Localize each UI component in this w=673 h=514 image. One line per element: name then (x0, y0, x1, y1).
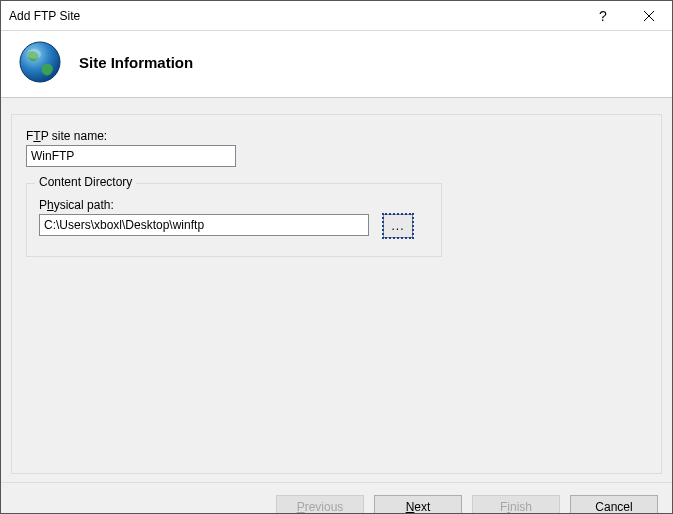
help-button[interactable]: ? (580, 1, 626, 31)
globe-icon (17, 39, 63, 85)
wizard-footer: Previous Next Finish Cancel (1, 482, 672, 514)
svg-point-2 (20, 42, 60, 82)
svg-point-3 (27, 49, 41, 59)
content-directory-legend: Content Directory (35, 175, 136, 189)
close-button[interactable] (626, 1, 672, 31)
content-directory-group: Content Directory Physical path: ... (26, 183, 442, 257)
content-panel: FTP site name: Content Directory Physica… (11, 114, 662, 474)
physical-path-input[interactable] (39, 214, 369, 236)
finish-button: Finish (472, 495, 560, 515)
next-button[interactable]: Next (374, 495, 462, 515)
wizard-header: Site Information (1, 31, 672, 98)
browse-button[interactable]: ... (383, 214, 413, 238)
page-title: Site Information (79, 54, 193, 71)
close-icon (644, 11, 654, 21)
window-title: Add FTP Site (9, 9, 580, 23)
cancel-button[interactable]: Cancel (570, 495, 658, 515)
titlebar: Add FTP Site ? (1, 1, 672, 31)
content-area: FTP site name: Content Directory Physica… (1, 98, 672, 482)
ftp-site-name-input[interactable] (26, 145, 236, 167)
physical-path-label: Physical path: (39, 198, 429, 212)
previous-button: Previous (276, 495, 364, 515)
ftp-site-name-label: FTP site name: (26, 129, 647, 143)
